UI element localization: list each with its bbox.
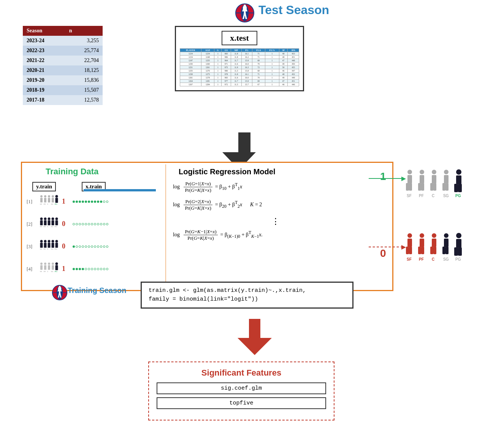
svg-text:PF: PF: [419, 257, 424, 261]
svg-rect-41: [48, 243, 50, 248]
svg-text:SF: SF: [40, 203, 42, 205]
xtest-mini-table: PLAYERAGEGGSMP FGFGAFG%3P3PA 12341234198…: [180, 48, 299, 86]
svg-rect-67: [407, 175, 412, 183]
svg-point-25: [48, 218, 50, 220]
svg-rect-30: [55, 220, 58, 225]
svg-rect-45: [55, 243, 58, 248]
train-rows: [1] SF PF C SG PG: [27, 194, 122, 284]
svg-rect-71: [420, 175, 424, 183]
svg-text:PF: PF: [44, 248, 46, 250]
svg-point-23: [44, 218, 46, 220]
row-val-3: 0: [62, 242, 70, 250]
svg-text:C: C: [432, 257, 434, 261]
svg-point-14: [55, 195, 58, 198]
svg-point-119: [59, 286, 61, 288]
xtest-container: x.test PLAYERAGEGGSMP FGFGAFG%3P3PA 1234…: [175, 26, 304, 91]
train-row-1: [1] SF PF C SG PG: [27, 194, 122, 209]
svg-text:PF: PF: [44, 271, 46, 272]
svg-rect-110: [458, 247, 462, 256]
svg-rect-72: [418, 183, 421, 191]
svg-rect-22: [40, 220, 43, 225]
svg-rect-58: [52, 265, 54, 270]
svg-point-38: [44, 240, 46, 243]
svg-text:C: C: [47, 248, 49, 250]
svg-rect-94: [409, 247, 412, 254]
svg-text:PG: PG: [55, 248, 57, 250]
svg-rect-56: [48, 265, 50, 270]
svg-point-53: [44, 263, 46, 265]
svg-rect-43: [51, 243, 54, 248]
season-cell: 2019-20: [23, 75, 65, 85]
svg-rect-28: [51, 220, 54, 225]
svg-point-82: [456, 169, 461, 175]
n-cell: 3,255: [65, 36, 103, 46]
svg-rect-106: [445, 247, 449, 254]
svg-rect-77: [433, 183, 436, 191]
svg-point-99: [432, 233, 436, 238]
svg-rect-109: [454, 247, 458, 256]
svg-rect-9: [48, 198, 50, 202]
svg-rect-60: [55, 265, 58, 270]
arrow-line-top: [369, 178, 403, 179]
svg-point-55: [48, 263, 50, 265]
table-row: 2020-21 18,125: [23, 65, 103, 75]
season-col-header: Season: [23, 26, 65, 36]
row-index-1: [1]: [27, 199, 37, 205]
svg-rect-85: [458, 184, 462, 192]
season-cell: 2018-19: [23, 85, 65, 95]
svg-point-10: [52, 195, 54, 197]
svg-point-42: [51, 240, 54, 243]
n-cell: 15,507: [65, 85, 103, 95]
sig-coef-box: sig.coef.glm: [157, 382, 326, 394]
svg-text:SG: SG: [51, 271, 54, 272]
xtrain-table-bar: [84, 189, 156, 191]
svg-rect-73: [421, 183, 424, 191]
svg-text:PG: PG: [455, 257, 461, 261]
svg-text:C: C: [432, 194, 434, 198]
svg-point-40: [48, 240, 50, 243]
svg-text:SG: SG: [443, 257, 449, 261]
row-index-3: [3]: [27, 244, 37, 250]
table-row: 2023-24 3,255: [23, 36, 103, 46]
svg-point-29: [55, 218, 58, 220]
svg-rect-75: [432, 175, 436, 183]
formula-last: log Pr(G=K−1|X=x) Pr(G=K|X=x) = β(K−1)0 …: [173, 229, 355, 241]
svg-point-66: [407, 170, 412, 174]
svg-rect-92: [407, 239, 412, 247]
svg-text:SG: SG: [51, 248, 54, 250]
svg-rect-104: [444, 239, 449, 247]
svg-rect-54: [44, 265, 46, 270]
nba-logo-bottom: [52, 285, 68, 302]
svg-text:C: C: [47, 271, 49, 272]
row-val-1: 1: [62, 197, 70, 205]
pos-group-bottom: SF PF C SG PG: [403, 230, 479, 264]
figure-4: SF PF C SG PG: [37, 261, 60, 276]
svg-rect-105: [442, 247, 445, 254]
svg-rect-76: [430, 183, 433, 191]
svg-point-70: [420, 170, 424, 174]
svg-point-6: [44, 195, 46, 197]
svg-point-27: [51, 218, 54, 220]
svg-rect-98: [421, 247, 424, 254]
svg-text:PG: PG: [55, 226, 57, 228]
svg-rect-93: [406, 247, 409, 254]
svg-point-78: [444, 170, 449, 174]
row-index-2: [2]: [27, 221, 37, 227]
xtest-label: x.test: [222, 31, 257, 45]
svg-text:SF: SF: [40, 226, 42, 228]
row-dots-4: [73, 268, 122, 270]
svg-point-3: [244, 5, 246, 7]
table-row: 2018-19 15,507: [23, 85, 103, 95]
row-dots-3: [73, 245, 122, 248]
train-row-4: [4] SF PF C SG PG 1: [27, 261, 122, 276]
row-dots-1: [73, 201, 122, 203]
logreg-title: Logistic Regression Model: [179, 167, 275, 176]
training-data-title: Training Data: [46, 167, 98, 177]
svg-rect-7: [44, 198, 46, 202]
svg-rect-11: [52, 198, 54, 202]
figure-1: SF PF C SG PG: [37, 194, 60, 209]
formula-1: log Pr(G=1|X=x) Pr(G=K|X=x) = β10 + βT1x: [173, 181, 355, 193]
season-cell: 2021-22: [23, 56, 65, 65]
formula-2: log Pr(G=2|X=x) Pr(G=K|X=x) = β20 + βT2x…: [173, 199, 355, 211]
svg-text:PF: PF: [44, 226, 46, 228]
